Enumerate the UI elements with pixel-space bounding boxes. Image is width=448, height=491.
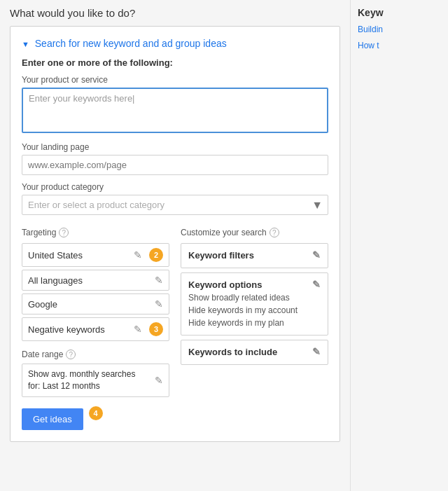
targeting-help-icon[interactable]: ?: [59, 228, 69, 237]
targeting-negative-edit-icon[interactable]: ✎: [134, 324, 142, 335]
sidebar-title: Keyw: [358, 7, 441, 18]
page-title: What would you like to do?: [10, 7, 340, 19]
customize-keyword-filters: Keyword filters ✎: [181, 243, 328, 268]
get-ideas-badge: 4: [89, 406, 103, 420]
keywords-include-title: Keywords to include: [188, 347, 277, 357]
landing-label: Your landing page: [22, 142, 328, 152]
date-range-help-icon[interactable]: ?: [66, 350, 76, 359]
customize-keyword-options: Keyword options ✎ Show broadly related i…: [181, 272, 328, 336]
keyword-options-title: Keyword options: [188, 279, 262, 290]
date-range-box: Show avg. monthly searchesfor: Last 12 m…: [22, 364, 169, 397]
customize-section-label: Customize your search ?: [181, 228, 328, 237]
toggle-arrow: ▼: [22, 40, 29, 48]
section-title-text: Search for new keyword and ad group idea…: [35, 38, 227, 49]
targeting-google-edit-icon[interactable]: ✎: [155, 298, 163, 310]
targeting-badge-2: 2: [149, 248, 163, 262]
targeting-google-text: Google: [28, 299, 57, 310]
targeting-section-label: Targeting ?: [22, 228, 169, 237]
enter-label: Enter one or more of the following:: [22, 57, 328, 68]
customize-keywords-include: Keywords to include ✎: [181, 340, 328, 365]
keyword-filters-edit-icon[interactable]: ✎: [312, 249, 321, 261]
keywords-include-edit-icon[interactable]: ✎: [312, 346, 321, 357]
date-range-label: Date range ?: [22, 350, 169, 359]
sidebar-link-2[interactable]: How t: [358, 40, 441, 52]
targeting-row-us: United States ✎ 2: [22, 243, 169, 267]
category-label: Your product category: [22, 182, 328, 192]
landing-input[interactable]: [22, 155, 328, 175]
product-input[interactable]: Enter your keywords here|: [22, 88, 328, 133]
targeting-badge-3: 3: [149, 322, 163, 336]
sidebar-link-1[interactable]: Buildin: [358, 24, 441, 36]
targeting-us-edit-icon[interactable]: ✎: [134, 249, 142, 261]
product-label: Your product or service: [22, 75, 328, 85]
targeting-row-lang: All languages ✎: [22, 270, 169, 291]
date-range-value: Show avg. monthly searchesfor: Last 12 m…: [28, 368, 135, 392]
customize-help-icon[interactable]: ?: [270, 228, 279, 237]
targeting-us-text: United States: [28, 250, 83, 261]
keyword-filters-title: Keyword filters: [188, 250, 254, 261]
category-select[interactable]: Enter or select a product category: [22, 195, 328, 215]
keyword-options-sub: Show broadly related ideas Hide keywords…: [188, 291, 321, 329]
get-ideas-button[interactable]: Get ideas: [22, 408, 83, 430]
targeting-lang-edit-icon[interactable]: ✎: [155, 275, 163, 286]
targeting-negative-text: Negative keywords: [28, 324, 105, 335]
targeting-lang-text: All languages: [28, 275, 83, 286]
date-range-edit-icon[interactable]: ✎: [155, 375, 163, 386]
section-toggle[interactable]: ▼ Search for new keyword and ad group id…: [22, 38, 328, 49]
keyword-options-edit-icon[interactable]: ✎: [312, 279, 321, 290]
targeting-row-google: Google ✎: [22, 293, 169, 314]
targeting-row-negative: Negative keywords ✎ 3: [22, 317, 169, 341]
